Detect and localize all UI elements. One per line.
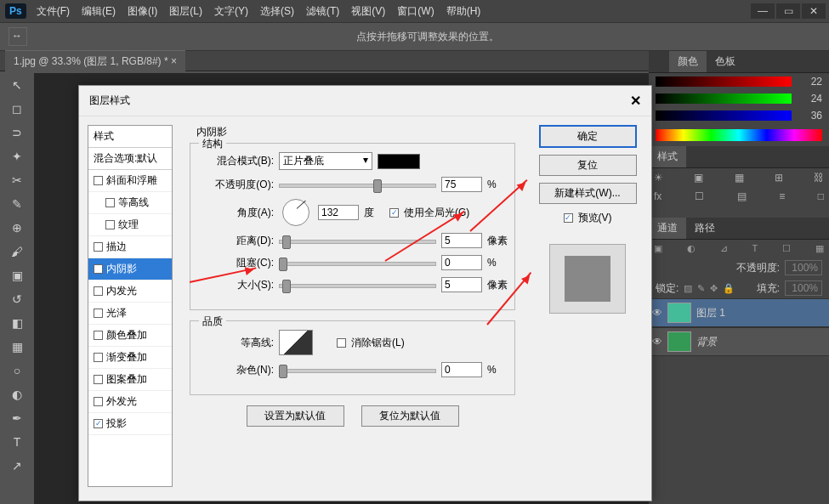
menu-filter[interactable]: 滤镜(T) — [306, 4, 339, 19]
close-icon[interactable]: ✕ — [630, 93, 641, 109]
bars-icon[interactable]: ≡ — [779, 190, 785, 202]
menu-help[interactable]: 帮助(H) — [446, 4, 481, 19]
blur-tool[interactable]: ○ — [7, 364, 27, 381]
path-tab[interactable]: 路径 — [686, 218, 724, 239]
eraser-tool[interactable]: ◧ — [7, 316, 27, 333]
opacity-value[interactable]: 100% — [785, 260, 822, 275]
menu-window[interactable]: 窗口(W) — [397, 4, 434, 19]
style-outer-glow[interactable]: 外发光 — [88, 391, 172, 413]
frame-icon[interactable]: ▣ — [694, 172, 703, 184]
layer-row-1[interactable]: 👁 图层 1 — [649, 298, 829, 327]
adj1-icon[interactable]: ▣ — [654, 243, 662, 254]
style-grad-overlay[interactable]: 渐变叠加 — [88, 347, 172, 369]
color-tab[interactable]: 颜色 — [669, 51, 707, 72]
pen-tool[interactable]: ✒ — [7, 411, 27, 428]
trash1-icon[interactable]: ▤ — [737, 190, 747, 202]
antialias-checkbox[interactable] — [337, 338, 346, 348]
set-default-button[interactable]: 设置为默认值 — [247, 405, 344, 427]
noise-input[interactable] — [441, 362, 482, 377]
style-inner-glow[interactable]: 内发光 — [88, 280, 172, 303]
fx-icon[interactable]: fx — [654, 190, 661, 202]
chain-icon[interactable]: ⛓ — [814, 172, 824, 184]
size-input[interactable] — [441, 277, 482, 292]
style-texture[interactable]: 纹理 — [88, 214, 172, 236]
lasso-tool[interactable]: ⊃ — [7, 126, 27, 143]
styles-header[interactable]: 样式 — [88, 126, 172, 148]
noise-slider[interactable] — [279, 362, 436, 377]
blendmode-combo[interactable]: 正片叠底▾ — [279, 152, 372, 170]
channel-tab[interactable]: 通道 — [649, 218, 686, 239]
adj6-icon[interactable]: ▦ — [815, 243, 824, 254]
maximize-button[interactable]: ▭ — [776, 3, 800, 19]
lock-brush-icon[interactable]: ✎ — [697, 283, 705, 294]
choke-slider[interactable] — [279, 255, 436, 270]
gradient-tool[interactable]: ▦ — [7, 340, 27, 357]
eye-icon[interactable]: 👁 — [652, 307, 662, 319]
eyedropper-tool[interactable]: ✎ — [7, 197, 27, 214]
style-pattern-overlay[interactable]: 图案叠加 — [88, 369, 172, 391]
size-slider[interactable] — [279, 277, 436, 292]
marquee-tool[interactable]: ◻ — [7, 102, 27, 119]
adj2-icon[interactable]: ◐ — [687, 243, 696, 254]
swatch-tab[interactable]: 色板 — [707, 51, 744, 72]
eye-icon-2[interactable]: 👁 — [652, 336, 662, 348]
stamp-tool[interactable]: ▣ — [7, 269, 27, 286]
angle-input[interactable] — [318, 205, 359, 220]
style-bevel[interactable]: 斜面和浮雕 — [88, 170, 172, 192]
lock-all-icon[interactable]: 🔒 — [723, 283, 735, 294]
opacity-slider[interactable] — [279, 177, 436, 192]
global-light-checkbox[interactable] — [389, 208, 399, 218]
cancel-button[interactable]: 复位 — [539, 155, 637, 176]
style-stroke[interactable]: 描边 — [88, 236, 172, 258]
style-contour[interactable]: 等高线 — [88, 192, 172, 214]
menu-edit[interactable]: 编辑(E) — [82, 4, 116, 19]
text-tool[interactable]: T — [7, 435, 27, 452]
menu-text[interactable]: 文字(Y) — [214, 4, 248, 19]
menu-layer[interactable]: 图层(L) — [169, 4, 202, 19]
adj3-icon[interactable]: ⊿ — [720, 243, 728, 254]
reset-default-button[interactable]: 复位为默认值 — [361, 405, 459, 427]
square-icon[interactable]: □ — [818, 190, 824, 202]
green-slider[interactable] — [656, 93, 792, 104]
doc-icon[interactable]: ☐ — [695, 190, 704, 202]
angle-wheel[interactable] — [282, 199, 309, 226]
grid-icon[interactable]: ▦ — [735, 172, 744, 184]
ok-button[interactable]: 确定 — [539, 125, 637, 148]
menu-view[interactable]: 视图(V) — [351, 4, 385, 19]
new-style-button[interactable]: 新建样式(W)... — [539, 183, 637, 204]
opacity-input[interactable] — [441, 177, 482, 192]
layer-row-bg[interactable]: 👁 背景 — [649, 327, 829, 356]
style-inner-shadow[interactable]: 内阴影 — [88, 258, 172, 280]
fill-value[interactable]: 100% — [785, 280, 822, 296]
plus-icon[interactable]: ⊞ — [775, 172, 783, 184]
style-color-overlay[interactable]: 颜色叠加 — [88, 325, 172, 347]
document-tab[interactable]: 1.jpg @ 33.3% (图层 1, RGB/8#) * × — [5, 50, 185, 72]
style-satin[interactable]: 光泽 — [88, 303, 172, 325]
choke-input[interactable] — [441, 255, 482, 270]
spectrum-bar[interactable] — [656, 129, 822, 141]
shadow-color-swatch[interactable] — [378, 154, 420, 169]
style-tab[interactable]: 样式 — [649, 146, 686, 167]
preview-checkbox[interactable] — [564, 213, 573, 223]
move-tool-icon[interactable] — [9, 27, 27, 46]
red-slider[interactable] — [656, 76, 792, 87]
minimize-button[interactable]: — — [751, 3, 775, 19]
lock-move-icon[interactable]: ✥ — [710, 283, 718, 294]
sun-icon[interactable]: ☀ — [654, 172, 663, 184]
distance-slider[interactable] — [279, 233, 436, 248]
wand-tool[interactable]: ✦ — [7, 150, 27, 167]
close-button[interactable]: ✕ — [802, 3, 826, 19]
menu-select[interactable]: 选择(S) — [260, 4, 294, 19]
lock-trans-icon[interactable]: ▨ — [684, 283, 692, 294]
heal-tool[interactable]: ⊕ — [7, 221, 27, 238]
distance-input[interactable] — [441, 233, 482, 248]
crop-tool[interactable]: ✂ — [7, 173, 27, 190]
brush-tool[interactable]: 🖌 — [7, 245, 27, 262]
history-tool[interactable]: ↺ — [7, 292, 27, 309]
dodge-tool[interactable]: ◐ — [7, 388, 27, 405]
blending-defaults[interactable]: 混合选项:默认 — [88, 148, 172, 170]
path-tool[interactable]: ↗ — [7, 459, 27, 476]
blue-slider[interactable] — [656, 110, 792, 121]
adj5-icon[interactable]: ☐ — [782, 243, 791, 254]
style-drop-shadow[interactable]: 投影 — [88, 413, 172, 435]
